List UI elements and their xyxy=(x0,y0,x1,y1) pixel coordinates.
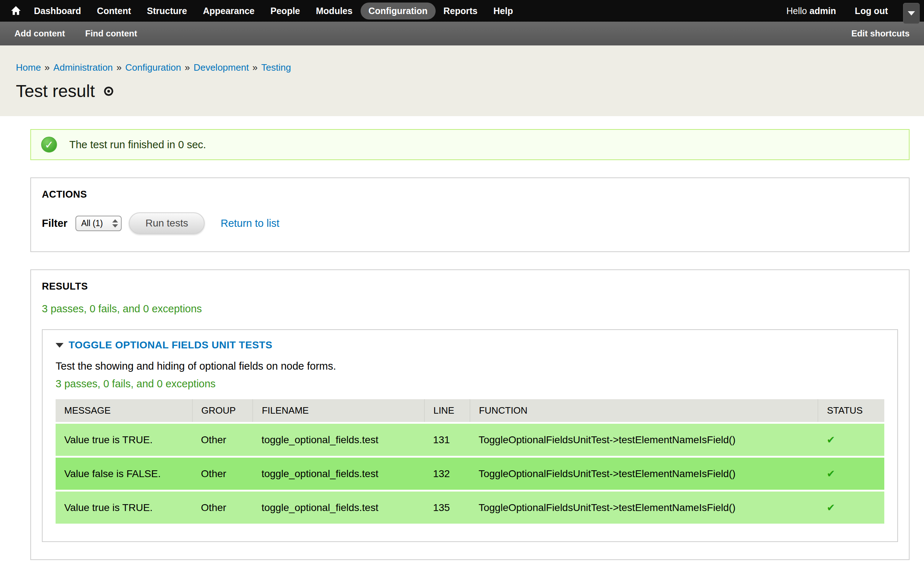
breadcrumb-separator: » xyxy=(116,62,122,73)
toolbar-item-help[interactable]: Help xyxy=(485,3,521,19)
results-table: MESSAGEGROUPFILENAMELINEFUNCTIONSTATUS V… xyxy=(56,399,884,525)
status-message-text: The test run finished in 0 sec. xyxy=(69,139,206,151)
cell-status-pass: ✔ xyxy=(818,423,884,457)
toolbar-toggle-button[interactable] xyxy=(903,3,920,24)
shortcut-menu: Add contentFind content xyxy=(15,29,137,39)
cell-status-pass: ✔ xyxy=(818,457,884,491)
cell-function: ToggleOptionalFieldsUnitTest->testElemen… xyxy=(470,457,818,491)
result-row: Value false is FALSE.Othertoggle_optiona… xyxy=(56,457,884,491)
collapse-arrow-icon xyxy=(56,343,63,348)
column-header-line: LINE xyxy=(425,399,470,423)
chevron-down-icon xyxy=(908,11,915,16)
actions-title: ACTIONS xyxy=(42,189,898,200)
breadcrumb-separator: » xyxy=(44,62,50,73)
breadcrumb-separator: » xyxy=(185,62,190,73)
result-row: Value true is TRUE.Othertoggle_optional_… xyxy=(56,423,884,457)
column-header-message: MESSAGE xyxy=(56,399,192,423)
cell-status-pass: ✔ xyxy=(818,491,884,525)
shortcut-add-content[interactable]: Add content xyxy=(15,29,65,39)
filter-select[interactable]: All (1) xyxy=(76,216,122,231)
return-to-list-link[interactable]: Return to list xyxy=(221,218,279,229)
toolbar-item-structure[interactable]: Structure xyxy=(139,3,195,19)
logout-link[interactable]: Log out xyxy=(855,6,888,16)
toolbar-item-modules[interactable]: Modules xyxy=(308,3,360,19)
column-header-function: FUNCTION xyxy=(470,399,818,423)
test-group-description: Test the showing and hiding of optional … xyxy=(56,360,884,372)
title-row: Test result xyxy=(16,81,908,101)
cell-function: ToggleOptionalFieldsUnitTest->testElemen… xyxy=(470,491,818,525)
toolbar-item-dashboard[interactable]: Dashboard xyxy=(26,3,89,19)
home-icon[interactable] xyxy=(6,0,26,22)
main-content: ✓ The test run finished in 0 sec. ACTION… xyxy=(0,116,924,560)
toolbar-item-reports[interactable]: Reports xyxy=(436,3,485,19)
shortcut-bar: Add contentFind content Edit shortcuts xyxy=(0,22,924,45)
greeting-prefix: Hello xyxy=(787,6,807,16)
breadcrumb-link-testing[interactable]: Testing xyxy=(261,62,291,73)
toolbar-item-content[interactable]: Content xyxy=(89,3,139,19)
cell-group: Other xyxy=(192,423,253,457)
breadcrumb: Home»Administration»Configuration»Develo… xyxy=(16,62,908,73)
column-header-filename: FILENAME xyxy=(253,399,424,423)
toolbar-item-people[interactable]: People xyxy=(262,3,308,19)
cell-message: Value true is TRUE. xyxy=(56,423,192,457)
status-ok-icon: ✓ xyxy=(41,137,57,153)
cell-line: 131 xyxy=(425,423,470,457)
status-message: ✓ The test run finished in 0 sec. xyxy=(30,129,909,160)
test-group-fieldset: TOGGLE OPTIONAL FIELDS UNIT TESTS Test t… xyxy=(42,329,898,542)
results-summary: 3 passes, 0 fails, and 0 exceptions xyxy=(42,303,898,315)
contextual-gear-icon[interactable] xyxy=(103,86,114,96)
results-table-body: Value true is TRUE.Othertoggle_optional_… xyxy=(56,423,884,525)
results-table-head: MESSAGEGROUPFILENAMELINEFUNCTIONSTATUS xyxy=(56,399,884,423)
cell-message: Value true is TRUE. xyxy=(56,491,192,525)
username: admin xyxy=(809,6,836,16)
results-title: RESULTS xyxy=(42,281,898,292)
cell-message: Value false is FALSE. xyxy=(56,457,192,491)
breadcrumb-link-configuration[interactable]: Configuration xyxy=(125,62,181,73)
cell-filename: toggle_optional_fields.test xyxy=(253,491,424,525)
column-header-group: GROUP xyxy=(192,399,253,423)
column-header-status: STATUS xyxy=(818,399,884,423)
actions-panel: ACTIONS Filter All (1) Run tests Return … xyxy=(30,177,909,252)
test-group-title: TOGGLE OPTIONAL FIELDS UNIT TESTS xyxy=(69,339,273,351)
breadcrumb-link-home[interactable]: Home xyxy=(16,62,41,73)
breadcrumb-link-development[interactable]: Development xyxy=(194,62,249,73)
breadcrumb-separator: » xyxy=(252,62,257,73)
cell-filename: toggle_optional_fields.test xyxy=(253,457,424,491)
breadcrumb-link-administration[interactable]: Administration xyxy=(53,62,113,73)
results-table-head-row: MESSAGEGROUPFILENAMELINEFUNCTIONSTATUS xyxy=(56,399,884,423)
cell-group: Other xyxy=(192,491,253,525)
admin-toolbar: DashboardContentStructureAppearancePeopl… xyxy=(0,0,924,22)
toolbar-item-appearance[interactable]: Appearance xyxy=(195,3,262,19)
run-tests-button[interactable]: Run tests xyxy=(129,213,205,234)
test-group-summary: 3 passes, 0 fails, and 0 exceptions xyxy=(56,378,884,390)
toolbar-item-configuration[interactable]: Configuration xyxy=(360,3,436,19)
cell-filename: toggle_optional_fields.test xyxy=(253,423,424,457)
filter-select-value: All (1) xyxy=(81,219,103,228)
toolbar-menu: DashboardContentStructureAppearancePeopl… xyxy=(26,0,521,22)
filter-label: Filter xyxy=(42,218,68,229)
filter-row: Filter All (1) Run tests Return to list xyxy=(42,213,898,234)
cell-line: 132 xyxy=(425,457,470,491)
shortcut-find-content[interactable]: Find content xyxy=(85,29,137,39)
user-greeting[interactable]: Hello admin xyxy=(787,6,836,16)
cell-line: 135 xyxy=(425,491,470,525)
results-panel: RESULTS 3 passes, 0 fails, and 0 excepti… xyxy=(30,269,909,560)
edit-shortcuts-link[interactable]: Edit shortcuts xyxy=(851,29,909,39)
result-row: Value true is TRUE.Othertoggle_optional_… xyxy=(56,491,884,525)
cell-function: ToggleOptionalFieldsUnitTest->testElemen… xyxy=(470,423,818,457)
select-stepper-icon xyxy=(112,219,118,227)
test-group-legend[interactable]: TOGGLE OPTIONAL FIELDS UNIT TESTS xyxy=(56,339,884,351)
cell-group: Other xyxy=(192,457,253,491)
page-title: Test result xyxy=(16,81,95,101)
page-header: Home»Administration»Configuration»Develo… xyxy=(0,45,924,116)
